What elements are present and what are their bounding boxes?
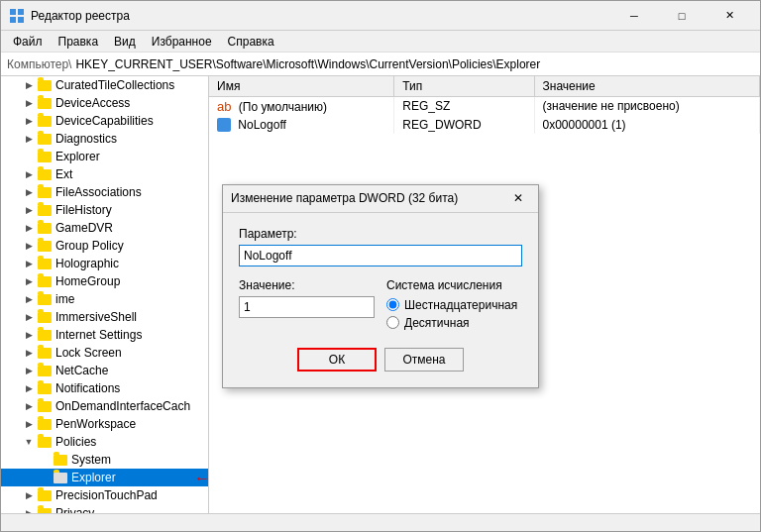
menu-view[interactable]: Вид (106, 33, 144, 51)
tree-item-System[interactable]: System (1, 451, 208, 469)
folder-icon (37, 309, 53, 325)
folder-icon (37, 380, 53, 396)
tree-label: System (71, 453, 111, 467)
expand-icon: ▶ (21, 487, 37, 503)
tree-item-NetCache[interactable]: ▶ NetCache (1, 362, 208, 379)
tree-item-Ext[interactable]: ▶ Ext (1, 165, 208, 183)
tree-label: PenWorkspace (55, 417, 136, 431)
value-input[interactable] (239, 296, 375, 318)
folder-icon (37, 166, 53, 182)
maximize-button[interactable]: □ (659, 2, 705, 30)
expand-icon: ▶ (21, 345, 37, 361)
radio-hex[interactable] (386, 298, 399, 311)
folder-icon (53, 470, 68, 485)
tree-item-Explorer[interactable]: Explorer (1, 148, 208, 165)
tree-item-Policies[interactable]: ▼ Policies (1, 433, 208, 451)
expand-icon: ▶ (21, 380, 37, 396)
expand-icon: ▶ (21, 202, 37, 218)
dword-reg-icon (217, 118, 231, 132)
tree-item-FileAssociations[interactable]: ▶ FileAssociations (1, 183, 208, 201)
folder-icon (37, 131, 53, 147)
menu-favorites[interactable]: Избранное (144, 33, 220, 51)
registry-table: Имя Тип Значение ab (По умолчанию) REG_S… (209, 76, 760, 134)
minimize-button[interactable]: ─ (611, 2, 657, 30)
expand-icon: ▶ (21, 363, 37, 378)
folder-icon (37, 398, 53, 414)
dialog-body: Параметр: Значение: Система исчисления Ш… (223, 213, 538, 387)
tree-item-ImmersiveShell[interactable]: ▶ ImmersiveShell (1, 308, 208, 326)
title-bar: Редактор реестра ─ □ ✕ (1, 1, 760, 31)
svg-rect-2 (10, 17, 16, 23)
tree-item-Diagnostics[interactable]: ▶ Diagnostics (1, 130, 208, 148)
tree-label: NetCache (55, 364, 108, 377)
ok-button[interactable]: ОК (297, 348, 377, 372)
tree-item-GroupPolicy[interactable]: ▶ Group Policy (1, 237, 208, 255)
tree-label: Group Policy (55, 239, 124, 253)
tree-item-Holographic[interactable]: ▶ Holographic (1, 255, 208, 272)
status-bar (1, 513, 760, 531)
tree-item-OnDemand[interactable]: ▶ OnDemandInterfaceCach (1, 397, 208, 415)
tree-item-PrecisionTouchPad[interactable]: ▶ PrecisionTouchPad (1, 486, 208, 504)
tree-item-Privacy[interactable]: ▶ Privacy (1, 504, 208, 513)
expand-icon: ▶ (21, 95, 37, 111)
expand-icon: ▶ (21, 113, 37, 129)
tree-item-DeviceAccess[interactable]: ▶ DeviceAccess (1, 94, 208, 112)
param-input[interactable] (239, 245, 522, 266)
expand-icon (37, 452, 53, 468)
tree-label: PrecisionTouchPad (55, 488, 158, 502)
tree-label: CuratedTileCollections (55, 78, 174, 92)
reg-value: (значение не присвоено) (534, 96, 759, 116)
reg-type: REG_SZ (394, 96, 534, 116)
tree-item-HomeGroup[interactable]: ▶ HomeGroup (1, 272, 208, 290)
tree-item-Notifications[interactable]: ▶ Notifications (1, 379, 208, 397)
tree-item-Explorer-sub[interactable]: Explorer ← (1, 469, 208, 486)
folder-icon (37, 256, 53, 271)
expand-icon (21, 149, 37, 164)
folder-icon (37, 505, 53, 513)
sidebar: ▶ CuratedTileCollections ▶ DeviceAccess … (1, 76, 209, 513)
tree-item-LockScreen[interactable]: ▶ Lock Screen (1, 344, 208, 362)
expand-icon: ▶ (21, 273, 37, 289)
expand-icon: ▶ (21, 131, 37, 147)
reg-value: 0x00000001 (1) (534, 116, 759, 135)
cancel-button[interactable]: Отмена (384, 348, 464, 372)
tree-label: Privacy (55, 506, 94, 513)
registry-row-default[interactable]: ab (По умолчанию) REG_SZ (значение не пр… (209, 96, 760, 116)
tree-item-GameDVR[interactable]: ▶ GameDVR (1, 219, 208, 237)
dword-dialog: Изменение параметра DWORD (32 бита) ✕ Па… (222, 184, 539, 388)
tree-label: Ext (55, 167, 72, 181)
registry-row-nologoff[interactable]: NoLogoff REG_DWORD 0x00000001 (1) (209, 116, 760, 135)
tree-item-CuratedTileCollections[interactable]: ▶ CuratedTileCollections (1, 76, 208, 94)
tree-label: Diagnostics (55, 132, 117, 146)
col-name: Имя (209, 76, 394, 96)
close-button[interactable]: ✕ (707, 2, 752, 30)
tree-item-PenWorkspace[interactable]: ▶ PenWorkspace (1, 415, 208, 433)
dialog-title: Изменение параметра DWORD (32 бита) (231, 191, 506, 205)
tree-item-ime[interactable]: ▶ ime (1, 290, 208, 308)
dialog-close-button[interactable]: ✕ (506, 187, 530, 209)
dialog-buttons: ОК Отмена (239, 348, 522, 375)
tree-item-DeviceCapabilities[interactable]: ▶ DeviceCapabilities (1, 112, 208, 130)
menu-edit[interactable]: Правка (51, 33, 107, 51)
tree-label: FileAssociations (55, 185, 142, 199)
address-bar: Компьютер\ HKEY_CURRENT_USER\Software\Mi… (1, 53, 760, 76)
tree-item-InternetSettings[interactable]: ▶ Internet Settings (1, 326, 208, 344)
col-type: Тип (394, 76, 534, 96)
folder-icon (37, 363, 53, 378)
tree-label: Internet Settings (55, 328, 142, 342)
expand-icon: ▶ (21, 166, 37, 182)
value-label: Значение: (239, 278, 375, 292)
expand-icon: ▶ (21, 416, 37, 432)
tree-label: GameDVR (55, 221, 113, 235)
radio-dec[interactable] (386, 316, 399, 329)
tree-label: FileHistory (55, 203, 112, 217)
tree-item-FileHistory[interactable]: ▶ FileHistory (1, 201, 208, 219)
menu-help[interactable]: Справка (220, 33, 282, 51)
expand-icon: ▶ (21, 398, 37, 414)
reg-name: ab (По умолчанию) (209, 96, 394, 116)
menu-file[interactable]: Файл (5, 33, 51, 51)
folder-icon (37, 220, 53, 236)
window-title: Редактор реестра (31, 9, 611, 23)
param-label: Параметр: (239, 227, 522, 241)
expand-icon: ▼ (21, 434, 37, 450)
